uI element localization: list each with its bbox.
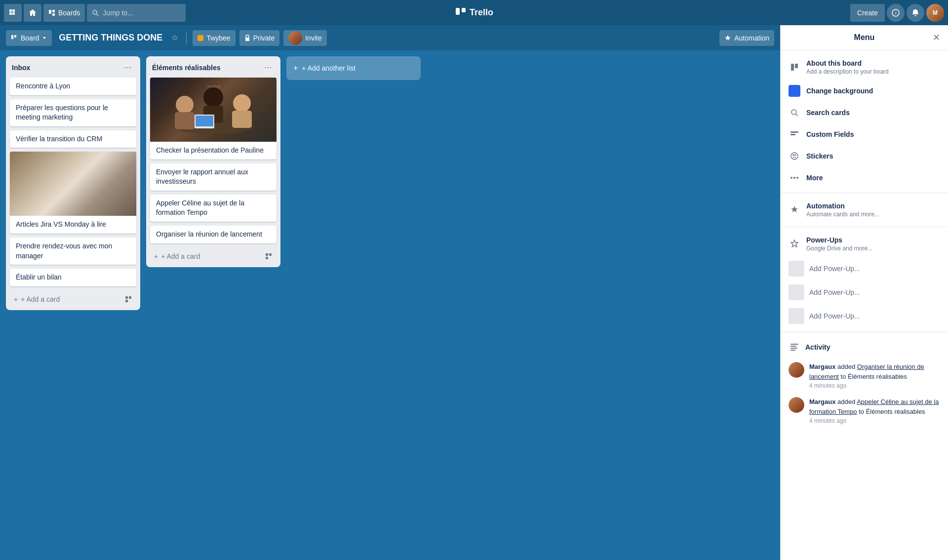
privacy-badge[interactable]: Private xyxy=(239,30,280,46)
svg-rect-46 xyxy=(790,346,796,347)
svg-rect-22 xyxy=(175,112,195,129)
divider xyxy=(186,32,187,44)
add-card-left: + + Add a card xyxy=(154,252,200,260)
change-background-icon xyxy=(789,85,800,97)
card-bilan[interactable]: Établir un bilan xyxy=(10,269,136,286)
board-member-avatar xyxy=(288,31,302,45)
list-title-inbox: Inbox xyxy=(12,64,117,72)
card-verifier[interactable]: Vérifier la transition du CRM xyxy=(10,130,136,148)
svg-rect-4 xyxy=(49,10,51,14)
svg-point-40 xyxy=(793,155,794,156)
more-icon xyxy=(789,172,800,184)
card-text: Rencontre à Lyon xyxy=(10,78,136,95)
card-template-icon xyxy=(124,295,132,303)
custom-fields-icon xyxy=(789,128,800,140)
menu-item-powerups[interactable]: Power-Ups Google Drive and more... xyxy=(781,231,948,257)
notification-icon-button[interactable] xyxy=(907,4,924,22)
powerup-placeholder-icon-3 xyxy=(789,308,804,324)
add-card-left: + + Add a card xyxy=(14,295,60,303)
star-button[interactable]: ☆ xyxy=(169,31,180,44)
svg-rect-0 xyxy=(9,9,12,12)
add-card-button-elements[interactable]: + + Add a card xyxy=(150,249,276,263)
card-text: Vérifier la transition du CRM xyxy=(10,130,136,148)
workspace-badge[interactable]: Twybee xyxy=(193,30,235,46)
svg-rect-13 xyxy=(11,35,13,39)
activity-text-0: Margaux added Organiser la réunion de la… xyxy=(809,362,940,381)
svg-rect-15 xyxy=(245,38,249,41)
search-cards-icon xyxy=(789,107,800,119)
svg-rect-14 xyxy=(14,35,16,38)
board-header: Board GETTING THINGS DONE ☆ Twybee Priva… xyxy=(0,25,780,50)
trello-logo: Trello xyxy=(455,7,493,19)
card-organiser[interactable]: Organiser la réunion de lancement xyxy=(150,226,276,243)
app-body: Board GETTING THINGS DONE ☆ Twybee Priva… xyxy=(0,25,948,560)
svg-rect-45 xyxy=(790,344,798,345)
add-card-button-inbox[interactable]: + + Add a card xyxy=(10,292,136,306)
stickers-icon xyxy=(789,150,800,162)
svg-rect-38 xyxy=(790,134,795,135)
svg-rect-26 xyxy=(232,111,252,128)
automation-icon xyxy=(789,204,800,216)
menu-item-automation[interactable]: Automation Automate cards and more... xyxy=(781,197,948,223)
card-template-icon xyxy=(265,252,273,260)
list-menu-button-elements[interactable]: ··· xyxy=(261,61,275,74)
card-appeler[interactable]: Appeler Céline au sujet de la formation … xyxy=(150,195,276,222)
card-text: Organiser la réunion de lancement xyxy=(150,226,276,243)
svg-text:meeting: meeting xyxy=(206,84,220,88)
workspace-dot xyxy=(198,35,203,41)
menu-item-background[interactable]: Change background xyxy=(781,80,948,102)
svg-rect-3 xyxy=(12,12,15,15)
card-rencontre[interactable]: Rencontre à Lyon xyxy=(10,78,136,95)
card-checker[interactable]: meeting Checker la présentation de Pauli… xyxy=(150,78,276,160)
menu-item-more[interactable]: More xyxy=(781,167,948,189)
menu-section-powerups: Power-Ups Google Drive and more... Add P… xyxy=(781,227,948,332)
board-view-button[interactable]: Board xyxy=(6,30,52,46)
svg-rect-33 xyxy=(791,64,794,71)
user-avatar[interactable]: M xyxy=(926,4,944,22)
activity-icon xyxy=(789,341,800,353)
add-list-button[interactable]: + + Add another list xyxy=(286,56,421,80)
about-board-icon xyxy=(789,61,800,73)
create-button[interactable]: Create xyxy=(850,4,885,22)
list-menu-button-inbox[interactable]: ··· xyxy=(121,61,134,74)
menu-close-button[interactable]: ✕ xyxy=(931,30,942,45)
menu-item-stickers[interactable]: Stickers xyxy=(781,145,948,167)
card-rdv[interactable]: Prendre rendez-vous avec mon manager xyxy=(10,238,136,265)
svg-rect-47 xyxy=(790,348,797,349)
invite-button[interactable]: Invite xyxy=(283,30,326,46)
svg-point-35 xyxy=(791,110,796,115)
svg-rect-10 xyxy=(462,8,466,12)
svg-rect-30 xyxy=(266,253,268,256)
svg-rect-6 xyxy=(52,13,55,16)
board-content: Inbox ··· Rencontre à Lyon Préparer les … xyxy=(0,50,780,560)
search-input[interactable] xyxy=(103,9,172,17)
activity-item-0: Margaux added Organiser la réunion de la… xyxy=(781,358,948,393)
svg-rect-16 xyxy=(125,296,128,299)
boards-button[interactable]: Boards xyxy=(43,4,85,22)
svg-point-42 xyxy=(790,177,792,179)
menu-title: Menu xyxy=(854,33,875,42)
home-icon-button[interactable] xyxy=(24,4,41,22)
top-nav: Boards Trello Create i M xyxy=(0,0,948,25)
grid-icon-button[interactable] xyxy=(4,4,22,22)
svg-rect-48 xyxy=(790,350,795,351)
svg-point-44 xyxy=(796,177,798,179)
svg-rect-2 xyxy=(9,12,12,15)
add-powerup-3[interactable]: Add Power-Up... xyxy=(781,304,948,328)
menu-item-search[interactable]: Search cards xyxy=(781,102,948,123)
card-articles[interactable]: Articles Jira VS Monday à lire xyxy=(10,152,136,234)
card-text: Checker la présentation de Pauline xyxy=(150,142,276,160)
card-rapport[interactable]: Envoyer le rapport annuel aux investisse… xyxy=(150,163,276,191)
automation-button[interactable]: Automation xyxy=(719,30,774,46)
svg-text:i: i xyxy=(895,10,896,16)
svg-rect-34 xyxy=(795,64,798,68)
board-main: Board GETTING THINGS DONE ☆ Twybee Priva… xyxy=(0,25,780,560)
info-icon-button[interactable]: i xyxy=(887,4,905,22)
menu-item-automation-texts: Automation Automate cards and more... xyxy=(806,202,879,218)
search-bar[interactable] xyxy=(87,4,186,22)
add-powerup-1[interactable]: Add Power-Up... xyxy=(781,257,948,280)
menu-item-about[interactable]: About this board Add a description to yo… xyxy=(781,54,948,80)
menu-item-custom-fields[interactable]: Custom Fields xyxy=(781,123,948,145)
card-preparer[interactable]: Préparer les questions pour le meeting m… xyxy=(10,99,136,126)
add-powerup-2[interactable]: Add Power-Up... xyxy=(781,280,948,304)
